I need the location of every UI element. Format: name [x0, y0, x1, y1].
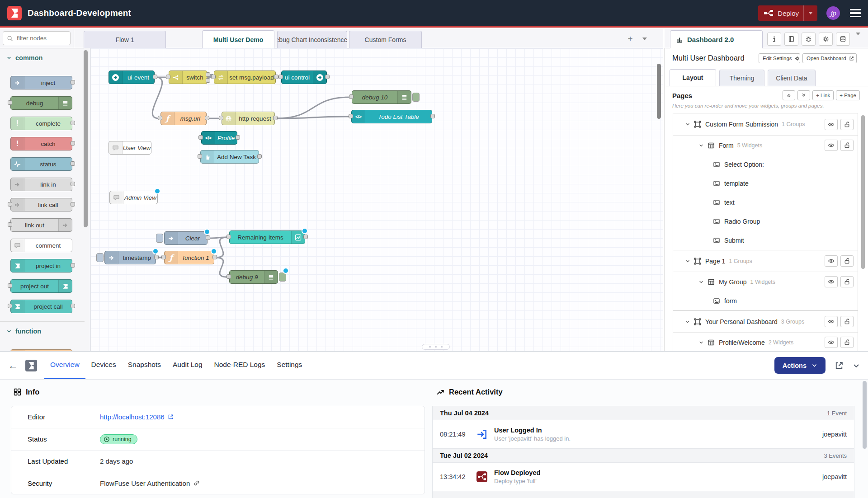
input-port[interactable] [8, 222, 12, 227]
lock-toggle-button[interactable] [840, 140, 854, 151]
tree-row-group-form[interactable]: Form5 Widgets [673, 135, 858, 155]
sidebar-tool-info-icon[interactable] [767, 33, 781, 46]
visibility-toggle-button[interactable] [825, 276, 838, 287]
tree-row-page-your-personal-dashboard[interactable]: Your Personal Dashboard3 Groups [673, 310, 858, 332]
output-port[interactable] [303, 235, 308, 239]
output-port[interactable] [325, 75, 330, 79]
input-port[interactable] [349, 94, 354, 99]
flow-node-debug-10[interactable]: debug 10 [352, 90, 420, 104]
visibility-toggle-button[interactable] [825, 255, 838, 267]
flow-node-clear[interactable]: Clear [156, 231, 208, 245]
sidebar-menu-caret[interactable] [856, 35, 860, 43]
lock-toggle-button[interactable] [840, 276, 854, 287]
output-port[interactable] [430, 114, 435, 118]
input-port[interactable] [166, 75, 170, 79]
debug-toggle-button[interactable] [412, 93, 420, 102]
lock-toggle-button[interactable] [840, 119, 854, 130]
chevron-down-icon[interactable] [698, 340, 704, 345]
palette-node-comment[interactable]: comment [10, 239, 72, 252]
add-flow-button[interactable]: + [625, 33, 636, 44]
instance-tab-devices[interactable]: Devices [85, 352, 122, 379]
instance-tab-overview[interactable]: Overview [44, 352, 85, 379]
input-port[interactable] [158, 116, 162, 120]
edit-settings-button[interactable]: Edit Settings [759, 53, 800, 63]
input-port[interactable] [278, 75, 283, 79]
input-port[interactable] [8, 202, 12, 207]
input-port[interactable] [161, 255, 166, 259]
flow-list-caret[interactable] [639, 33, 650, 44]
tree-row-group-my-group[interactable]: My Group1 Widgets [673, 272, 858, 291]
flow-node-function-1[interactable]: ƒfunction 1 [164, 251, 214, 264]
flow-node-set-msg-payload[interactable]: set msg.payload [214, 70, 276, 84]
output-port[interactable] [71, 121, 75, 125]
flow-node-ui-control[interactable]: ui control [281, 70, 327, 84]
visibility-toggle-button[interactable] [825, 119, 838, 130]
sidebar-tool-gear-icon[interactable] [819, 33, 833, 46]
palette-section-common[interactable]: common [0, 54, 84, 61]
flow-canvas[interactable]: ui-eventswitchset msg.payloadui controld… [90, 48, 663, 351]
deploy-button[interactable]: Deploy [758, 5, 817, 21]
flow-node-switch[interactable]: switch [169, 70, 208, 84]
collapse-panel-chevron-icon[interactable] [853, 362, 860, 369]
palette-node-link-call[interactable]: link call [10, 198, 72, 211]
input-port[interactable] [226, 274, 231, 279]
tree-row-widget-radio-group[interactable]: Radio Group [673, 212, 858, 231]
palette-node-project-out[interactable]: project out [10, 279, 72, 293]
palette-node-complete[interactable]: !complete [10, 117, 72, 130]
main-menu-button[interactable] [850, 9, 861, 18]
flow-node-timestamp[interactable]: timestamp [96, 251, 156, 264]
output-port[interactable] [205, 116, 209, 120]
debug-toggle-button[interactable] [279, 272, 286, 282]
palette-node-link-in[interactable]: link in [10, 178, 72, 191]
tree-row-page-page-1[interactable]: Page 11 Groups [673, 250, 858, 272]
instance-tab-node-red-logs[interactable]: Node-RED Logs [208, 352, 271, 379]
tree-row-widget-submit[interactable]: Submit [673, 231, 858, 250]
output-port[interactable] [212, 255, 217, 259]
actions-button[interactable]: Actions [774, 357, 826, 374]
chevron-down-icon[interactable] [685, 258, 690, 264]
chevron-down-icon[interactable] [685, 319, 690, 324]
input-port[interactable] [8, 283, 12, 288]
output-port[interactable] [71, 263, 75, 268]
bottom-panel-scrollbar[interactable] [863, 381, 867, 449]
collapse-all-button[interactable] [783, 90, 795, 100]
flow-tab-multi-user-demo[interactable]: Multi User Demo [202, 30, 274, 48]
palette-scrollbar[interactable] [84, 50, 88, 227]
output-port[interactable] [206, 235, 210, 240]
palette-node-status[interactable]: status [10, 157, 72, 171]
palette-node-link-out[interactable]: link out [10, 218, 72, 232]
input-port[interactable] [226, 235, 231, 239]
palette-node-project-call[interactable]: project call [10, 300, 72, 313]
activity-event-row[interactable]: 13:34:42Flow DeployedDeploy type 'full'j… [433, 463, 854, 491]
instance-tab-audit-log[interactable]: Audit Log [167, 352, 208, 379]
output-port[interactable] [206, 72, 210, 77]
flow-node-remaining-items[interactable]: Remaining Items [229, 230, 305, 244]
output-port[interactable] [153, 75, 157, 79]
palette-filter-input[interactable] [16, 34, 66, 42]
flow-node-http-request[interactable]: http request [222, 112, 275, 125]
open-dashboard-button[interactable]: Open Dashboard [802, 53, 857, 63]
flow-node-profile[interactable]: </>Profile [201, 131, 237, 145]
deploy-options-caret[interactable] [803, 5, 817, 21]
tree-row-page-custom-form-submission[interactable]: Custom Form Submission1 Groups [673, 113, 858, 135]
input-port[interactable] [219, 116, 223, 120]
sidebar-tool-bug-icon[interactable] [802, 33, 816, 46]
inject-button[interactable] [96, 253, 104, 262]
flow-node-ui-event[interactable]: ui-event [108, 70, 155, 84]
output-port[interactable] [257, 154, 262, 159]
tree-row-widget-form[interactable]: form [673, 291, 858, 310]
visibility-toggle-button[interactable] [825, 140, 838, 151]
flow-node-user-view[interactable]: User View [108, 141, 151, 155]
palette-filter[interactable] [3, 31, 71, 45]
output-port[interactable] [236, 135, 240, 140]
visibility-toggle-button[interactable] [825, 337, 838, 348]
output-port[interactable] [274, 75, 278, 79]
palette-section-function[interactable]: function [0, 328, 84, 335]
user-avatar[interactable]: jp [826, 6, 840, 20]
sidebar-tab-theming[interactable]: Theming [719, 70, 764, 86]
visibility-toggle-button[interactable] [825, 316, 838, 327]
add-page-button[interactable]: + Page [836, 90, 860, 100]
chevron-down-icon[interactable] [698, 143, 704, 148]
flow-node-msg-url[interactable]: ƒmsg.url [160, 112, 207, 125]
lock-toggle-button[interactable] [840, 316, 854, 327]
